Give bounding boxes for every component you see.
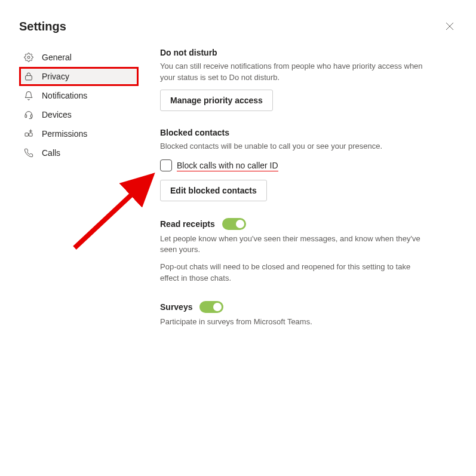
dnd-title: Do not disturb [160,48,423,57]
manage-priority-access-button[interactable]: Manage priority access [160,90,273,111]
block-no-caller-id-checkbox[interactable] [160,159,172,171]
phone-icon [24,148,33,158]
dnd-desc: You can still receive notifications from… [160,61,423,84]
block-no-caller-id-label: Block calls with no caller ID [177,161,278,170]
svg-rect-3 [26,76,32,80]
sidebar-item-devices[interactable]: Devices [19,105,139,124]
sidebar: General Privacy [19,48,139,345]
sidebar-item-label: Privacy [42,72,69,81]
svg-rect-7 [29,133,32,136]
svg-rect-4 [25,115,27,118]
edit-blocked-contacts-button[interactable]: Edit blocked contacts [160,180,267,201]
sidebar-item-notifications[interactable]: Notifications [19,86,139,105]
svg-rect-6 [25,133,28,136]
read-receipts-desc2: Pop-out chats will need to be closed and… [160,262,423,284]
sidebar-item-permissions[interactable]: Permissions [19,124,139,143]
read-receipts-toggle[interactable] [222,218,246,230]
sidebar-item-general[interactable]: General [19,48,139,67]
surveys-desc: Participate in surveys from Microsoft Te… [160,317,423,328]
bell-icon [24,91,33,100]
sidebar-item-label: Permissions [42,129,87,139]
section-read-receipts: Read receipts Let people know when you'v… [160,218,423,284]
section-dnd: Do not disturb You can still receive not… [160,48,423,111]
sidebar-item-label: Calls [42,148,60,158]
read-receipts-title: Read receipts [160,219,215,229]
headset-icon [24,110,33,119]
close-button[interactable] [443,19,457,33]
sidebar-item-label: Notifications [42,91,87,100]
page-title: Settings [19,20,66,33]
blocked-desc: Blocked contacts will be unable to call … [160,141,423,152]
blocked-title: Blocked contacts [160,128,423,137]
surveys-toggle[interactable] [199,301,223,313]
svg-rect-5 [30,115,32,118]
sidebar-item-privacy[interactable]: Privacy [19,67,139,86]
close-icon [446,22,454,30]
surveys-title: Surveys [160,302,192,312]
sidebar-item-calls[interactable]: Calls [19,143,139,162]
read-receipts-desc: Let people know when you've seen their m… [160,234,423,256]
lock-icon [24,72,33,81]
svg-point-2 [27,56,30,59]
section-surveys: Surveys Participate in surveys from Micr… [160,301,423,328]
sidebar-item-label: Devices [42,110,72,119]
app-icon [24,129,33,139]
header: Settings [19,19,457,33]
gear-icon [24,53,33,62]
sidebar-item-label: General [42,53,72,62]
section-blocked: Blocked contacts Blocked contacts will b… [160,128,423,201]
